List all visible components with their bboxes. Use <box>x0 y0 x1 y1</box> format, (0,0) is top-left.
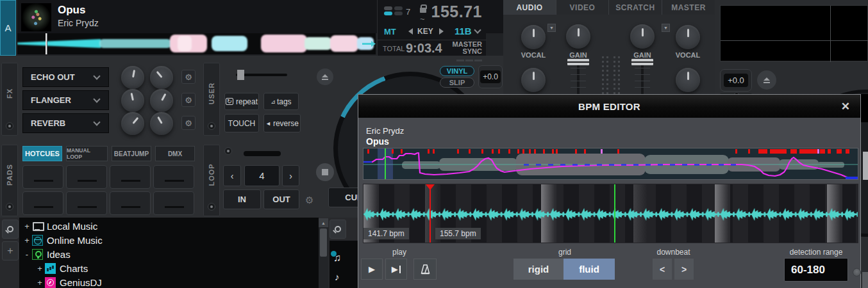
browser-add-button[interactable]: + <box>2 241 19 260</box>
pad-4[interactable] <box>153 165 194 189</box>
deck-a-tab[interactable]: A <box>0 0 16 56</box>
scrollbar-thumb[interactable] <box>320 228 327 257</box>
tree-item-charts[interactable]: + Charts <box>23 261 319 275</box>
tree-item-online-music[interactable]: + Online Music <box>23 233 319 247</box>
tree-scrollbar[interactable]: ▲ <box>319 218 328 288</box>
downbeat-next-button[interactable]: > <box>674 259 694 280</box>
detection-range-input[interactable] <box>784 258 848 282</box>
close-icon[interactable]: ✕ <box>839 99 853 113</box>
expand-toggle[interactable]: + <box>23 236 31 245</box>
key-dropdown-icon[interactable] <box>474 26 481 33</box>
loop-indicator-dot[interactable] <box>224 147 232 155</box>
mixer-tab-audio[interactable]: AUDIO <box>503 0 556 15</box>
pads-tab-beatjump[interactable]: BEATJUMP <box>112 146 151 161</box>
fx3-knob-1[interactable] <box>121 112 144 135</box>
scrollbar-up-arrow[interactable]: ▲ <box>319 218 328 227</box>
vocal-knob2-right[interactable] <box>676 68 700 92</box>
grid-rigid-button[interactable]: rigid <box>513 259 563 280</box>
pad-6[interactable] <box>66 191 107 215</box>
touch-button[interactable]: TOUCH <box>224 114 259 132</box>
pads-tab-dmx[interactable]: DMX <box>155 146 195 161</box>
key-prev-icon[interactable] <box>408 28 413 35</box>
tree-item-ideas[interactable]: - Ideas <box>23 247 319 261</box>
detection-range-dot[interactable] <box>853 268 861 276</box>
deck-b-eject-button[interactable] <box>757 70 776 90</box>
repeat-button[interactable]: ↻ repeat <box>224 93 259 110</box>
user-rail[interactable]: USER <box>203 63 220 136</box>
loop-slider[interactable] <box>244 151 281 156</box>
metronome-button[interactable] <box>413 259 437 280</box>
mixer-tab-scratch[interactable]: SCRATCH <box>609 0 662 15</box>
slip-button[interactable]: SLIP <box>440 77 474 88</box>
pad-3[interactable] <box>110 165 151 189</box>
fx2-knob-1[interactable] <box>121 89 144 112</box>
pads-rail[interactable]: PADS <box>1 145 18 216</box>
gain-fader-right-handle[interactable] <box>631 59 653 65</box>
collapse-toggle[interactable]: - <box>23 250 31 259</box>
grid-fluid-button[interactable]: fluid <box>563 259 615 280</box>
pads-tab-hotcues[interactable]: HOTCUES <box>22 146 62 161</box>
downbeat-prev-button[interactable]: < <box>653 259 672 280</box>
loop-length-value[interactable]: 4 <box>244 165 280 186</box>
pad-2[interactable] <box>66 165 107 189</box>
tags-button[interactable]: ⊿ tags <box>263 93 299 110</box>
dialog-title-bar[interactable]: BPM EDITOR ✕ <box>358 95 860 118</box>
tree-item-geniusdj[interactable]: + GeniusDJ <box>23 275 319 288</box>
pads-rail-indicator[interactable] <box>6 203 13 211</box>
key-value[interactable]: 11B <box>455 26 472 36</box>
loop-out-button[interactable]: OUT <box>263 189 299 209</box>
mt-button[interactable]: MT <box>384 27 396 36</box>
expand-toggle[interactable]: + <box>36 278 44 287</box>
fx-slot-1-select[interactable]: ECHO OUT <box>22 67 109 87</box>
pad-7[interactable] <box>110 191 151 215</box>
fx-rail[interactable]: FX <box>1 63 18 136</box>
vinyl-button[interactable]: VINYL <box>440 66 474 76</box>
play-button[interactable]: ▶ <box>361 259 383 280</box>
fx3-settings-button[interactable]: ⚙ <box>181 116 196 130</box>
tree-item-local-music[interactable]: + Local Music <box>23 219 319 233</box>
deck-a-waveform[interactable] <box>17 33 376 54</box>
pitch-wave-icon[interactable]: ~ <box>420 14 425 24</box>
vocal-knob-left[interactable] <box>521 25 546 49</box>
gain-fader-left-handle[interactable] <box>567 59 589 65</box>
fx1-settings-button[interactable]: ⚙ <box>181 70 196 84</box>
user-rail-indicator[interactable] <box>208 122 215 130</box>
vocal-right-dropdown[interactable]: ▼ <box>662 24 670 32</box>
key-next-icon[interactable] <box>439 28 444 35</box>
play-from-marker-button[interactable]: ▶ <box>385 259 407 280</box>
settings-gear-button[interactable]: ⚙ <box>305 195 313 206</box>
deck-b-pitch-button[interactable]: +0.0 <box>720 69 752 92</box>
fx-slot-2-select[interactable]: FLANGER <box>22 90 109 110</box>
browser-search-button[interactable] <box>2 220 19 239</box>
mixer-tab-video[interactable]: VIDEO <box>556 0 609 15</box>
bpm-beat-grid[interactable]: 141.7 bpm 155.7 bpm <box>363 184 858 243</box>
pad-1[interactable] <box>22 165 63 189</box>
lock-icon[interactable] <box>420 8 426 13</box>
gain-knob-left[interactable] <box>566 24 590 49</box>
fx-slot-3-select[interactable]: REVERB <box>22 113 109 133</box>
loop-double-button[interactable]: › <box>282 165 299 186</box>
fx1-knob-1[interactable] <box>121 66 144 89</box>
loop-rail-indicator[interactable] <box>208 203 215 211</box>
stop-button[interactable] <box>316 163 334 181</box>
pads-tab-manual-loop[interactable]: MANUAL LOOP <box>66 146 108 161</box>
deck-a-eject-button[interactable] <box>317 68 333 85</box>
vocal-knob2-left[interactable] <box>521 68 546 92</box>
deck-a-pitch-button[interactable]: +0.0 <box>478 65 503 88</box>
reverse-button[interactable]: ◄ reverse <box>263 114 301 132</box>
bpm-display[interactable]: 155.71 <box>431 3 482 21</box>
fx3-knob-2[interactable] <box>150 112 173 135</box>
expand-toggle[interactable]: + <box>23 221 31 231</box>
loop-in-button[interactable]: IN <box>223 189 261 209</box>
expand-toggle[interactable]: + <box>36 264 44 273</box>
fx2-knob-2[interactable] <box>150 89 173 112</box>
vocal-knob-right[interactable] <box>676 25 700 49</box>
key-slider-handle[interactable] <box>237 70 244 80</box>
fx2-settings-button[interactable]: ⚙ <box>181 93 196 107</box>
tracklist-search-button[interactable] <box>330 220 346 239</box>
pad-5[interactable] <box>22 191 63 215</box>
pad-8[interactable] <box>153 191 194 215</box>
fx1-knob-2[interactable] <box>150 66 173 89</box>
loop-half-button[interactable]: ‹ <box>223 165 241 186</box>
vocal-left-dropdown[interactable]: ▼ <box>547 24 556 32</box>
